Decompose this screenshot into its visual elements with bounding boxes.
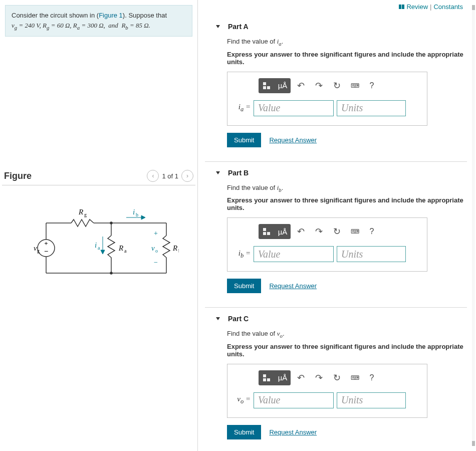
keyboard-button[interactable]: ⌨ — [347, 370, 363, 385]
redo-button[interactable]: ↷ — [311, 224, 327, 239]
keyboard-button[interactable]: ⌨ — [347, 224, 363, 239]
part-b-request-answer-link[interactable]: Request Answer — [269, 282, 317, 290]
svg-point-11 — [110, 272, 112, 274]
answer-panel: Review | Constants Part A Find the value… — [198, 0, 476, 451]
svg-text:a: a — [98, 245, 100, 251]
part-c-prompt: Find the value of vo. — [227, 330, 467, 339]
svg-text:o: o — [155, 248, 158, 254]
right-panel-scrollbar[interactable] — [472, 5, 475, 446]
part-c-units-input[interactable] — [337, 392, 406, 408]
reset-button[interactable]: ↻ — [329, 370, 345, 385]
reset-button[interactable]: ↻ — [329, 224, 345, 239]
part-b-units-input[interactable] — [337, 246, 406, 262]
part-c-value-input[interactable] — [254, 392, 334, 408]
svg-marker-27 — [141, 215, 145, 219]
part-b-header[interactable]: Part B — [211, 169, 467, 177]
svg-text:+: + — [154, 230, 158, 237]
svg-text:i: i — [95, 241, 97, 249]
undo-button[interactable]: ↶ — [293, 224, 309, 239]
collapse-icon — [216, 25, 220, 28]
problem-values: vg = 240 V, Rg = 60 Ω, Ra = 300 Ω, and R… — [12, 22, 150, 29]
svg-marker-23 — [101, 250, 105, 254]
part-c-toolbar: µÅ ↶ ↷ ↻ ⌨ ? — [234, 370, 420, 385]
part-c-answer-box: µÅ ↶ ↷ ↻ ⌨ ? vo = — [227, 364, 427, 418]
svg-text:R: R — [172, 244, 177, 252]
topbar-separator: | — [428, 3, 433, 11]
part-a-prompt: Find the value of ia. — [227, 38, 467, 47]
part-b-submit-button[interactable]: Submit — [227, 279, 261, 293]
figure-title: Figure — [4, 171, 32, 181]
part-a-toolbar: µÅ ↶ ↷ ↻ ⌨ ? — [234, 78, 420, 93]
problem-intro-pre: Consider the circuit shown in ( — [12, 12, 99, 19]
svg-text:g: g — [37, 248, 40, 254]
part-b: Part B Find the value of ib. Express you… — [205, 161, 467, 306]
part-a-var-label: ia = — [234, 103, 251, 113]
greek-button[interactable]: µÅ — [275, 78, 291, 93]
redo-button[interactable]: ↷ — [311, 370, 327, 385]
part-c: Part C Find the value of vo. Express you… — [205, 307, 467, 451]
scroll-down-icon — [472, 441, 475, 446]
figure-counter: 1 of 1 — [162, 172, 178, 180]
redo-button[interactable]: ↷ — [311, 78, 327, 93]
flag-icon — [399, 5, 404, 9]
problem-panel: Consider the circuit shown in (Figure 1)… — [0, 0, 198, 451]
collapse-icon — [216, 317, 220, 320]
templates-button[interactable] — [259, 78, 275, 93]
templates-button[interactable] — [259, 224, 275, 239]
figure-nav: ‹ 1 of 1 › — [147, 170, 193, 182]
circuit-figure: + − v g R g R a R b i — [2, 205, 195, 291]
help-button[interactable]: ? — [365, 370, 379, 385]
collapse-icon — [216, 171, 220, 174]
part-b-toolbar: µÅ ↶ ↷ ↻ ⌨ ? — [234, 224, 420, 239]
part-b-instructions: Express your answer to three significant… — [227, 196, 467, 211]
problem-intro-post: ). Suppose that — [123, 12, 167, 19]
part-a-header[interactable]: Part A — [211, 23, 467, 31]
figure-prev-button[interactable]: ‹ — [147, 170, 159, 182]
part-b-answer-box: µÅ ↶ ↷ ↻ ⌨ ? ib = — [227, 217, 427, 272]
undo-button[interactable]: ↶ — [293, 370, 309, 385]
svg-text:b: b — [136, 212, 138, 217]
help-button[interactable]: ? — [365, 224, 379, 239]
templates-button[interactable] — [259, 370, 275, 385]
part-a-answer-box: µÅ ↶ ↷ ↻ ⌨ ? ia = — [227, 72, 427, 126]
part-a-instructions: Express your answer to three significant… — [227, 51, 467, 66]
figure-link[interactable]: Figure 1 — [99, 12, 123, 19]
help-button[interactable]: ? — [365, 78, 379, 93]
part-a-units-input[interactable] — [337, 100, 406, 116]
part-c-title: Part C — [228, 315, 249, 323]
keyboard-button[interactable]: ⌨ — [347, 78, 363, 93]
greek-button[interactable]: µÅ — [275, 224, 291, 239]
figure-header: Figure ‹ 1 of 1 › — [2, 167, 195, 185]
topbar: Review | Constants — [205, 0, 472, 14]
part-c-submit-button[interactable]: Submit — [227, 425, 261, 439]
part-a: Part A Find the value of ia. Express you… — [205, 16, 467, 159]
part-c-var-label: vo = — [234, 395, 251, 405]
svg-text:a: a — [124, 248, 127, 254]
part-a-title: Part A — [228, 23, 249, 31]
svg-text:R: R — [118, 244, 123, 252]
svg-text:g: g — [84, 212, 87, 217]
part-b-prompt: Find the value of ib. — [227, 184, 467, 193]
part-c-instructions: Express your answer to three significant… — [227, 343, 467, 358]
svg-text:−: − — [154, 259, 158, 266]
reset-button[interactable]: ↻ — [329, 78, 345, 93]
svg-text:v: v — [34, 244, 37, 252]
part-c-header[interactable]: Part C — [211, 315, 467, 323]
part-a-value-input[interactable] — [254, 100, 334, 116]
part-b-var-label: ib = — [234, 249, 251, 260]
part-b-title: Part B — [228, 169, 249, 177]
svg-point-10 — [110, 222, 112, 224]
part-b-value-input[interactable] — [254, 246, 334, 262]
part-a-submit-button[interactable]: Submit — [227, 133, 261, 147]
greek-button[interactable]: µÅ — [275, 370, 291, 385]
svg-text:b: b — [178, 248, 179, 254]
review-link[interactable]: Review — [406, 3, 428, 11]
part-c-request-answer-link[interactable]: Request Answer — [269, 428, 317, 436]
part-a-request-answer-link[interactable]: Request Answer — [269, 136, 317, 144]
svg-text:+: + — [44, 240, 48, 247]
figure-next-button[interactable]: › — [181, 170, 193, 182]
svg-text:−: − — [44, 247, 48, 255]
svg-text:R: R — [78, 208, 83, 216]
constants-link[interactable]: Constants — [433, 3, 463, 11]
undo-button[interactable]: ↶ — [293, 78, 309, 93]
